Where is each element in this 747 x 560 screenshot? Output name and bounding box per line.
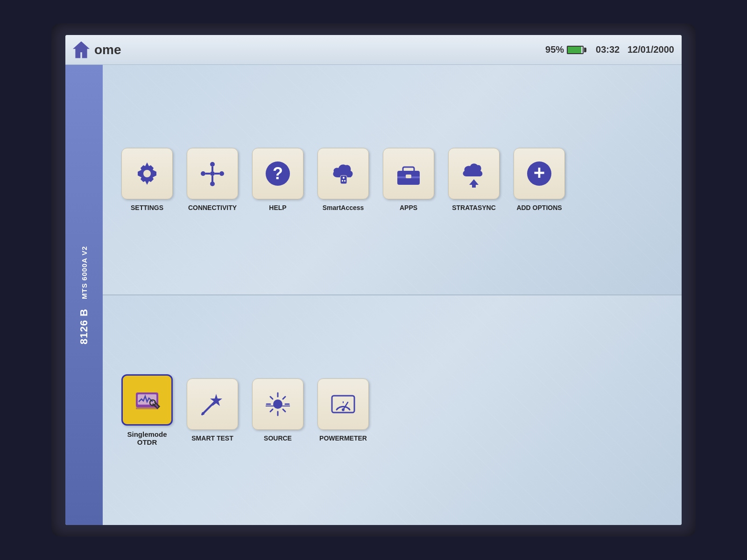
panels-container: SETTINGS [103,65,682,525]
svg-rect-20 [406,175,411,178]
svg-point-2 [210,171,215,176]
otdr-app[interactable]: SinglemodeOTDR [121,374,173,446]
connectivity-app[interactable]: CONNECTIVITY [187,148,238,211]
svg-point-10 [210,182,215,186]
page-title-text: ome [94,42,121,57]
bottom-icons-row: SinglemodeOTDR [121,374,663,446]
powermeter-icon-box [317,378,369,430]
svg-marker-21 [469,179,479,188]
svg-point-3 [201,171,205,176]
svg-line-39 [270,409,273,412]
header-bar: ome 95% 03:32 12/01/2000 [65,35,682,65]
powermeter-app[interactable]: POWERMETER [317,378,369,442]
smarttest-icon-box [187,378,238,430]
svg-point-5 [210,162,215,167]
svg-rect-16 [344,180,345,182]
powermeter-label: POWERMETER [319,434,367,442]
time: 03:32 [596,44,620,55]
smartaccess-app[interactable]: SmartAccess [317,148,369,211]
connectivity-label: CONNECTIVITY [188,204,237,211]
battery-indicator: 95% [545,44,586,55]
main-content: MTS 6000A V2 8126 B [65,65,682,525]
home-icon [73,42,90,58]
top-icons-row: SETTINGS [121,148,663,211]
stratasync-app[interactable]: STRATASYNC [448,148,500,211]
datetime: 03:32 12/01/2000 [596,44,674,55]
help-app[interactable]: ? HELP [252,148,303,211]
addoptions-icon: + [524,159,554,189]
addoptions-label: ADD OPTIONS [516,204,562,211]
battery-body [567,46,584,54]
header-right: 95% 03:32 12/01/2000 [545,44,674,55]
svg-point-31 [273,399,282,409]
apps-icon [394,159,423,189]
smartaccess-icon [328,159,358,189]
svg-point-1 [143,170,151,177]
otdr-icon-box [121,374,173,426]
svg-line-38 [283,397,285,399]
sidebar-device-label: MTS 6000A V2 [80,246,88,299]
stratasync-icon [459,159,489,189]
help-icon-box: ? [252,148,303,199]
screen: ome 95% 03:32 12/01/2000 [65,35,682,525]
battery-icon [567,46,586,54]
smarttest-label: SMART TEST [191,434,233,442]
svg-rect-13 [340,175,347,184]
source-icon [263,389,293,419]
settings-icon-box [121,148,173,199]
smartaccess-icon-box [317,148,369,199]
settings-app[interactable]: SETTINGS [121,148,173,211]
svg-point-4 [219,171,224,176]
svg-rect-27 [136,407,158,409]
source-icon-box [252,378,303,430]
svg-text:+: + [534,161,545,183]
apps-app[interactable]: APPS [383,148,434,211]
top-panel: SETTINGS [103,65,682,294]
smarttest-app[interactable]: SMART TEST [187,378,238,442]
sidebar: MTS 6000A V2 8126 B [65,65,103,525]
svg-point-43 [342,408,345,411]
svg-text:?: ? [273,164,283,183]
svg-point-29 [202,412,204,415]
stratasync-label: STRATASYNC [452,204,496,211]
settings-label: SETTINGS [131,204,163,211]
device-frame: ome 95% 03:32 12/01/2000 [51,23,696,537]
svg-rect-18 [403,167,414,172]
addoptions-app[interactable]: + ADD OPTIONS [514,148,565,211]
battery-tip [584,48,586,52]
help-label: HELP [269,204,286,211]
smartaccess-label: SmartAccess [323,204,364,211]
powermeter-icon [328,389,358,419]
help-icon: ? [263,159,293,189]
addoptions-icon-box: + [514,148,565,199]
date: 12/01/2000 [627,44,674,55]
bottom-panel: SinglemodeOTDR [103,295,682,525]
apps-label: APPS [400,204,417,211]
otdr-icon [132,385,162,415]
gear-icon [132,159,162,189]
battery-fill [568,47,581,53]
source-label: SOURCE [264,434,292,442]
connectivity-icon [197,159,227,189]
sidebar-module-label: 8126 B [78,308,90,344]
connectivity-icon-box [187,148,238,199]
svg-rect-15 [342,180,343,182]
apps-icon-box [383,148,434,199]
page-title: ome [94,42,545,57]
source-app[interactable]: SOURCE [252,378,303,442]
battery-percent: 95% [545,44,564,55]
otdr-label: SinglemodeOTDR [127,430,167,446]
svg-line-37 [283,409,285,412]
stratasync-icon-box [448,148,500,199]
svg-point-14 [343,177,345,179]
smarttest-icon [197,389,227,419]
svg-line-36 [270,397,273,399]
